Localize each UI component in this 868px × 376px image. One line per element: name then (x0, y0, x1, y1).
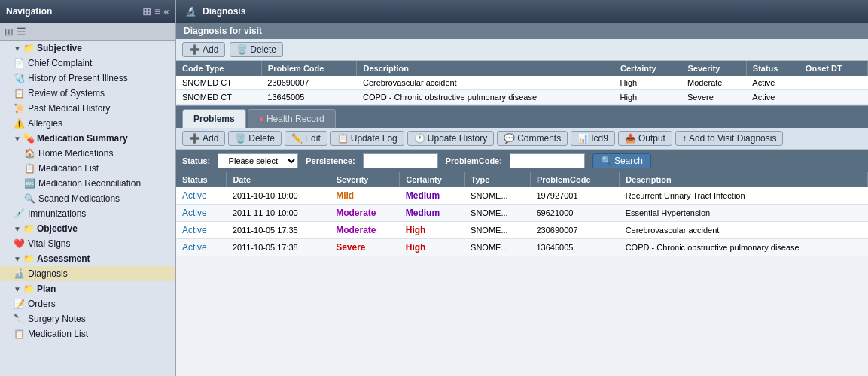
status-select[interactable]: --Please select-- Active Inactive (218, 153, 298, 168)
sidebar-tb-list-icon[interactable]: ☰ (17, 26, 26, 38)
problems-table: Status Date Severity Certainty Type Prob… (176, 172, 868, 256)
severity-value: Moderate (336, 208, 376, 218)
sidebar-item-medication-summary[interactable]: ▼ 💊 Medication Summary (0, 131, 175, 146)
cell-status: Active (176, 222, 227, 239)
search-button[interactable]: 🔍 Search (592, 153, 651, 168)
visit-add-button[interactable]: ➕ Add (182, 42, 225, 57)
sidebar-item-orders[interactable]: 📝 Orders (0, 296, 175, 311)
tab-health-record[interactable]: ●Health Record (248, 109, 336, 128)
sidebar-item-assessment[interactable]: ▼ 📁 Assessment (0, 251, 175, 266)
scan-icon: 🔍 (24, 193, 35, 204)
problems-output-button[interactable]: 📤 Output (618, 131, 672, 146)
status-link[interactable]: Active (182, 190, 207, 201)
problems-toolbar: ➕ Add 🗑️ Delete ✏️ Edit 📋 Update Log 🕐 U… (176, 128, 868, 150)
prob-col-type: Type (464, 172, 530, 187)
problems-icd9-button[interactable]: 📊 Icd9 (571, 131, 615, 146)
table-row[interactable]: SNOMED CT 230690007 Cerebrovascular acci… (176, 76, 868, 90)
sidebar-item-history-present[interactable]: 🩺 History of Present Illness (0, 71, 175, 86)
cell-description: COPD - Chronic obstructive pulmonary dis… (620, 239, 868, 256)
problems-update-history-button[interactable]: 🕐 Update History (407, 131, 494, 146)
sidebar-item-allergies[interactable]: ⚠️ Allergies (0, 116, 175, 131)
persistence-label: Persistence: (306, 156, 355, 165)
sidebar-item-past-medical[interactable]: 📜 Past Medical History (0, 101, 175, 116)
status-link[interactable]: Active (182, 225, 207, 235)
sidebar-item-immunizations[interactable]: 💉 Immunizations (0, 206, 175, 221)
sidebar-item-label: Diagnosis (28, 268, 68, 279)
sidebar-item-surgery-notes[interactable]: 🔪 Surgery Notes (0, 311, 175, 326)
table-row[interactable]: Active 2011-11-10 10:00 Moderate Medium … (176, 205, 868, 222)
cell-problem-code: 13645005 (261, 90, 357, 105)
col-code-type: Code Type (176, 61, 261, 76)
problems-edit-button[interactable]: ✏️ Edit (285, 131, 327, 146)
cell-description: Cerebrovascular accident (620, 222, 868, 239)
sidebar-pin-icon[interactable]: « (163, 5, 169, 17)
sidebar-grid-icon[interactable]: ⊞ (142, 5, 151, 17)
severity-value: Moderate (336, 225, 376, 235)
sidebar-tb-grid-icon[interactable]: ⊞ (5, 26, 14, 38)
tab-problems[interactable]: Problems (182, 109, 246, 128)
sidebar-toolbar: ⊞ ☰ (0, 23, 175, 41)
add-icon: ➕ (189, 44, 200, 55)
visit-delete-button[interactable]: 🗑️ Delete (230, 42, 283, 57)
sidebar-item-home-medications[interactable]: 🏠 Home Medications (0, 146, 175, 161)
table-row[interactable]: Active 2011-10-05 17:38 Severe High SNOM… (176, 239, 868, 256)
problems-delete-button[interactable]: 🗑️ Delete (228, 131, 282, 146)
sidebar-item-subjective[interactable]: ▼ 📁 Subjective (0, 41, 175, 56)
problem-code-input[interactable] (510, 153, 585, 168)
status-link[interactable]: Active (182, 242, 207, 253)
status-link[interactable]: Active (182, 208, 207, 218)
sidebar-item-label: Past Medical History (28, 103, 110, 114)
cell-code-type: SNOMED CT (176, 90, 261, 105)
problems-update-log-button[interactable]: 📋 Update Log (330, 131, 404, 146)
sidebar-item-diagnosis[interactable]: 🔬 Diagnosis (0, 266, 175, 281)
visit-section-header: Diagnosis for visit (176, 23, 868, 39)
sidebar-list-icon[interactable]: ≡ (154, 5, 160, 17)
cell-certainty: High (614, 76, 681, 90)
cell-status: Active (746, 76, 799, 90)
table-row[interactable]: Active 2011-10-10 10:00 Mild Medium SNOM… (176, 187, 868, 205)
cell-problem-code: 59621000 (530, 205, 619, 222)
sidebar-item-label: Vital Signs (28, 238, 70, 249)
table-row[interactable]: Active 2011-10-05 17:35 Moderate High SN… (176, 222, 868, 239)
sidebar-item-scaned-medications[interactable]: 🔍 Scaned Medications (0, 191, 175, 206)
sidebar-item-medication-reconciliation[interactable]: 🔤 Medication Reconciliation (0, 176, 175, 191)
problems-add-button[interactable]: ➕ Add (182, 131, 225, 146)
persistence-input[interactable] (363, 153, 438, 168)
sidebar: Navigation ⊞ ≡ « ⊞ ☰ ▼ 📁 Subjective 📄 Ch… (0, 0, 176, 376)
cell-description: Cerebrovascular accident (357, 76, 614, 90)
problems-comments-button[interactable]: 💬 Comments (497, 131, 568, 146)
cell-severity: Moderate (681, 76, 746, 90)
pill-icon: 💊 (23, 133, 35, 144)
problems-add-visit-button[interactable]: ↑ Add to Visit Diagnosis (675, 131, 784, 146)
cell-onset-dt (799, 90, 867, 105)
sidebar-item-plan[interactable]: ▼ 📁 Plan (0, 281, 175, 296)
sidebar-nav: ▼ 📁 Subjective 📄 Chief Complaint 🩺 Histo… (0, 41, 175, 376)
table-row[interactable]: SNOMED CT 13645005 COPD - Chronic obstru… (176, 90, 868, 105)
needle-icon: 💉 (14, 208, 25, 219)
sidebar-item-medication-list[interactable]: 📋 Medication List (0, 161, 175, 176)
sidebar-item-label: Medication List (38, 163, 99, 174)
comment-icon: 💬 (504, 133, 515, 144)
sidebar-item-review-systems[interactable]: 📋 Review of Systems (0, 86, 175, 101)
cell-description: COPD - Chronic obstructive pulmonary dis… (357, 90, 614, 105)
cell-severity: Severe (681, 90, 746, 105)
sidebar-item-medication-list-plan[interactable]: 📋 Medication List (0, 326, 175, 341)
prob-col-problemcode: ProblemCode (530, 172, 619, 187)
cell-severity: Moderate (330, 222, 400, 239)
sidebar-item-label: Chief Complaint (28, 58, 92, 68)
sidebar-item-label: Immunizations (28, 208, 86, 219)
add-icon: ➕ (189, 133, 200, 144)
sidebar-item-vital-signs[interactable]: ❤️ Vital Signs (0, 236, 175, 251)
sidebar-item-chief-complaint[interactable]: 📄 Chief Complaint (0, 56, 175, 71)
output-icon: 📤 (625, 133, 636, 144)
cell-problem-code: 230690007 (530, 222, 619, 239)
certainty-value: High (406, 225, 426, 235)
top-panel-header: 🔬 Diagnosis (176, 0, 868, 23)
bottom-panel: Problems ●Health Record ➕ Add 🗑️ Delete … (176, 106, 868, 376)
sidebar-item-objective[interactable]: ▼ 📁 Objective (0, 221, 175, 236)
doc-icon: 📄 (14, 58, 25, 68)
problem-code-label: ProblemCode: (446, 156, 502, 165)
cell-status: Active (176, 187, 227, 205)
status-label: Status: (182, 156, 210, 165)
heart-icon: ❤️ (14, 238, 25, 249)
